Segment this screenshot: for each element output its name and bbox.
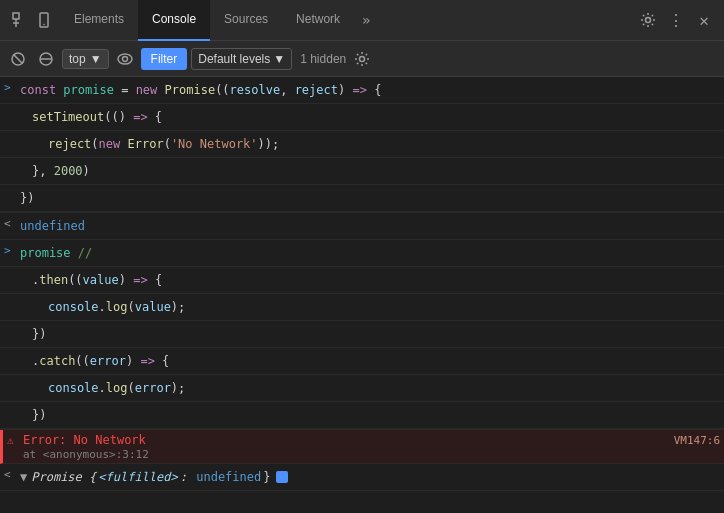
svg-rect-0: [13, 13, 19, 19]
promise-line-1: > promise //: [0, 240, 724, 267]
inspect-icon[interactable]: [10, 10, 30, 30]
svg-point-11: [122, 56, 127, 61]
hidden-count-label: 1 hidden: [300, 52, 346, 66]
eye-icon[interactable]: [113, 47, 137, 71]
tab-console[interactable]: Console: [138, 0, 210, 41]
code-line-5: }): [0, 185, 724, 212]
tab-sources[interactable]: Sources: [210, 0, 282, 41]
context-selector[interactable]: top ▼: [62, 49, 109, 69]
console-toolbar: top ▼ Filter Default levels ▼ 1 hidden: [0, 41, 724, 77]
block-icon[interactable]: [34, 47, 58, 71]
filter-button[interactable]: Filter: [141, 48, 188, 70]
promise-line-4: }): [0, 321, 724, 348]
svg-point-10: [118, 54, 132, 64]
mobile-icon[interactable]: [34, 10, 54, 30]
clear-console-button[interactable]: [6, 47, 30, 71]
code-block-2: > promise // .then((value) => { console.…: [0, 240, 724, 430]
chevron-down-icon: ▼: [90, 52, 102, 66]
svg-point-12: [360, 56, 365, 61]
promise-line-5: .catch((error) => {: [0, 348, 724, 375]
console-output: > const promise = new Promise((resolve, …: [0, 77, 724, 513]
code-line-4: }, 2000): [0, 158, 724, 185]
promise-line-6: console.log(error);: [0, 375, 724, 402]
promise-expand-triangle[interactable]: ▼: [20, 468, 27, 486]
promise-line-2: .then((value) => {: [0, 267, 724, 294]
levels-chevron-icon: ▼: [273, 52, 285, 66]
promise-result-line: < ▼ Promise {<fulfilled>: undefined}: [0, 464, 724, 491]
devtools-icons: [4, 10, 60, 30]
error-text: Error: No Network: [23, 433, 146, 447]
code-block-1: > const promise = new Promise((resolve, …: [0, 77, 724, 213]
promise-line-7: }): [0, 402, 724, 429]
code-line-2: setTimeout(() => {: [0, 104, 724, 131]
undefined-output-line: < undefined: [0, 213, 724, 240]
promise-icon: [276, 471, 288, 483]
tab-elements[interactable]: Elements: [60, 0, 138, 41]
input-prefix-2: >: [4, 242, 20, 257]
code-line-1-content: const promise = new Promise((resolve, re…: [20, 79, 720, 101]
undefined-output: undefined: [20, 215, 720, 237]
tab-bar-right-actions: ⋮ ✕: [636, 8, 720, 32]
svg-point-5: [646, 18, 651, 23]
close-icon[interactable]: ✕: [692, 8, 716, 32]
settings-gear-icon[interactable]: [636, 8, 660, 32]
promise-line-3: console.log(value);: [0, 294, 724, 321]
error-source-link[interactable]: VM147:6: [674, 432, 720, 447]
proto-line: ▶ __proto__: Promise: [0, 491, 724, 513]
tab-bar: Elements Console Sources Network » ⋮ ✕: [0, 0, 724, 41]
error-at: at <anonymous>:3:12: [23, 448, 149, 461]
input-prefix-1: >: [4, 79, 20, 94]
error-message-line: ⚠ Error: No Network at <anonymous>:3:12 …: [0, 430, 724, 464]
code-line-3: reject(new Error('No Network'));: [0, 131, 724, 158]
output-prefix: <: [4, 215, 20, 230]
svg-line-7: [14, 54, 23, 63]
svg-point-4: [43, 24, 45, 26]
kebab-menu-icon[interactable]: ⋮: [664, 8, 688, 32]
more-tabs-button[interactable]: »: [354, 0, 378, 41]
default-levels-button[interactable]: Default levels ▼: [191, 48, 292, 70]
code-line-1: > const promise = new Promise((resolve, …: [0, 77, 724, 104]
console-settings-icon[interactable]: [350, 47, 374, 71]
tab-network[interactable]: Network: [282, 0, 354, 41]
